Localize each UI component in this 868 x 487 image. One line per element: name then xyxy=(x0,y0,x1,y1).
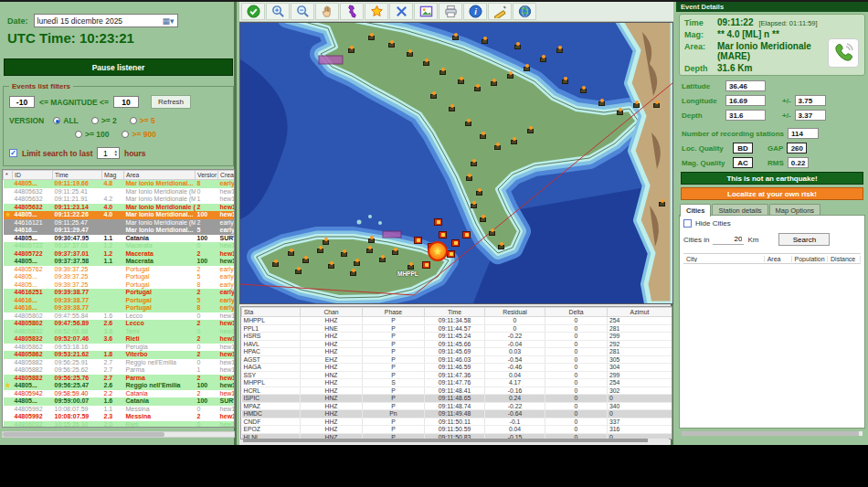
event-row[interactable]: 44805...09:30:47.951.1Catania100SURVEY-I… xyxy=(4,235,236,243)
details-horizontal-scrollbar[interactable] xyxy=(682,431,863,436)
earlyest-app-window: Date: lunedì 15 dicembre 2025 ▦▾ UTC Tim… xyxy=(0,0,868,445)
version-option--900[interactable]: >= 900 xyxy=(122,130,155,139)
limit-search-label: Limit search to last xyxy=(22,149,92,158)
version-options-row1: ALL>= 2>= 5 xyxy=(53,116,155,125)
hide-cities-checkbox[interactable]: ✓ xyxy=(683,219,692,228)
event-row[interactable]: 4480563209:11:21.914.2Mar Ionio Meridion… xyxy=(4,196,236,204)
info-button[interactable]: i xyxy=(463,3,487,20)
col-area: Area xyxy=(124,171,196,180)
date-picker[interactable]: lunedì 15 dicembre 2025 ▦▾ xyxy=(34,14,178,27)
event-row[interactable]: 4480572209:37:37.011.2Macerata2hew1 xyxy=(4,250,236,259)
tab-cities[interactable]: Cities xyxy=(680,204,711,217)
station-row[interactable]: HPACHHZP09:11:45.690.030281 xyxy=(242,348,672,356)
confirm-button[interactable] xyxy=(241,3,265,20)
event-row[interactable]: 4480586209:53:18.16Perugia0hew1 xyxy=(4,344,236,352)
events-horizontal-scrollbar[interactable] xyxy=(2,431,235,438)
hours-stepper[interactable]: ▲▼ xyxy=(97,147,119,159)
station-table-header: Sta Chan Phase Time Residual Delta Azimu… xyxy=(242,308,672,317)
event-row[interactable]: 4461612109:11:25.47Mar Ionio Meridionale… xyxy=(4,219,236,228)
version-option--2[interactable]: >= 2 xyxy=(91,116,117,125)
pan-button[interactable] xyxy=(315,3,339,20)
station-row[interactable]: HCRLHHZP09:11:48.41-0.160302 xyxy=(242,386,672,395)
refresh-button[interactable]: Refresh xyxy=(151,95,191,109)
event-row[interactable]: 4480580209:47:56.892.6Lecco2hew1 xyxy=(4,320,236,328)
event-row[interactable]: 44805...09:39:37.25Portugal8early-est_ee… xyxy=(4,281,236,290)
call-alert-button[interactable] xyxy=(828,38,859,68)
map-canvas[interactable]: ★ MHPPL xyxy=(239,22,673,304)
close-view-button[interactable] xyxy=(389,3,413,20)
station-row[interactable]: HAGAHHZP09:11:46.59-0.460304 xyxy=(242,364,672,372)
event-marker-button[interactable] xyxy=(365,3,388,20)
station-row[interactable]: AGSTEHZP09:11:46.03-0.540305 xyxy=(242,355,672,364)
version-option--100[interactable]: >= 100 xyxy=(75,130,109,139)
station-row[interactable]: EPOZHHZP09:11:50.590.040316 xyxy=(242,426,672,434)
station-marker xyxy=(514,45,521,49)
event-row[interactable]: 4480586209:53:21.621.8Viterbo2hew1 xyxy=(4,351,236,359)
print-button[interactable] xyxy=(439,3,462,20)
event-row[interactable]: 4480563209:11:25.41Mar Ionio Meridionale… xyxy=(4,188,236,196)
station-marker xyxy=(317,249,323,253)
event-row[interactable]: 4480603210:15:26.102.0Rieti0hew1 xyxy=(4,421,236,429)
mag-quality-value: AC xyxy=(733,157,753,168)
event-row[interactable]: 4480572209:37:37.011.2Macerata0hew1 xyxy=(4,242,236,250)
pause-listener-button[interactable]: Pause listener xyxy=(4,58,233,76)
station-row[interactable]: HMDCHHZPn09:11:49.48-0.6400 xyxy=(242,410,672,418)
version-options-row2: >= 100>= 900 xyxy=(75,130,156,139)
event-row[interactable]: 4480576209:39:37.25Portugal2early-est_ee… xyxy=(4,266,236,274)
station-row[interactable]: PPL1HNEP09:11:44.5700281 xyxy=(242,324,672,333)
event-row[interactable]: 4480599210:08:07.591.1Messina0hew1 xyxy=(4,406,236,414)
event-row[interactable]: 4480588209:56:25.912.7Reggio nell'Emilia… xyxy=(4,359,236,367)
event-row[interactable]: 4480594209:58:59.402.2Catania2hew1 xyxy=(4,390,236,398)
station-row[interactable]: HAVLHHZP09:11:45.66-0.040292 xyxy=(242,340,672,348)
station-row[interactable]: CNDFHHZP09:11:50.11-0.10337 xyxy=(242,418,672,426)
min-magnitude-input[interactable] xyxy=(9,96,35,108)
station-row[interactable]: ISPICHNZP09:11:48.650.2400 xyxy=(242,395,672,403)
event-row[interactable]: ★44805...09:11:22.264.0Mar Ionio Meridio… xyxy=(4,211,236,219)
stepper-down-icon[interactable]: ▼ xyxy=(113,154,117,157)
station-row[interactable]: MHPPLHHZP09:11:34.5800254 xyxy=(242,317,672,325)
station-marker xyxy=(423,61,429,66)
event-row[interactable]: 4480580209:47:55.841.6Lecco0hew1 xyxy=(4,312,236,321)
station-row[interactable]: MHPPLHHZS09:11:47.764.170254 xyxy=(242,379,672,387)
station-row[interactable]: HSRSHHZP09:11:45.24-0.220299 xyxy=(242,333,672,341)
limit-search-checkbox[interactable]: ✓ xyxy=(9,149,17,157)
active-station-marker xyxy=(447,250,455,258)
station-horizontal-scrollbar[interactable] xyxy=(243,439,669,442)
world-view-button[interactable] xyxy=(513,3,536,20)
station-row[interactable]: MPAZHHZP09:11:48.74-0.220340 xyxy=(242,402,672,410)
event-row[interactable]: 44616...09:39:38.77Portugal5early-est_ee… xyxy=(4,297,236,305)
event-row[interactable]: 44805...09:37:37.581.1Macerata100hew1 xyxy=(4,258,236,266)
localize-button[interactable]: Localize at your own risk! xyxy=(681,187,863,200)
event-row[interactable]: 44616...09:11:29.47Mar Ionio Meridional.… xyxy=(4,227,236,235)
cities-table-body xyxy=(683,264,861,401)
italy-view-button[interactable] xyxy=(340,3,364,20)
event-row[interactable]: 4480583209:52:07.463.6Rieti2hew1 xyxy=(4,335,236,344)
radius-input[interactable] xyxy=(713,234,744,245)
map-panel: i xyxy=(239,2,673,445)
station-row[interactable]: SSYHNZP09:11:47.360.040299 xyxy=(242,371,672,379)
event-row[interactable]: 4480583209:52:08.683.8Terni0hew1 xyxy=(4,328,236,336)
event-row[interactable]: 44805...09:11:19.664.8Mar Ionio Meridion… xyxy=(4,180,236,188)
date-value: lunedì 15 dicembre 2025 xyxy=(37,16,159,26)
version-option--5[interactable]: >= 5 xyxy=(130,116,155,125)
events-table-header: * ID Time Mag Area Versior Creator xyxy=(4,171,236,180)
version-option-all[interactable]: ALL xyxy=(53,116,79,125)
not-earthquake-button[interactable]: This is not an earthquake! xyxy=(681,172,863,185)
event-row[interactable]: 4480588209:56:25.622.7Parma1hew1 xyxy=(4,366,236,375)
zoom-in-button[interactable] xyxy=(266,3,290,20)
measure-button[interactable] xyxy=(488,3,512,20)
event-row[interactable]: 4461625109:39:38.77Portugal2early-est_ee… xyxy=(4,289,236,297)
event-row[interactable]: 4480599210:08:07.592.3Messina2hew1 xyxy=(4,413,236,421)
event-row[interactable]: 44616...09:39:38.77Portugal8early-est_ee… xyxy=(4,304,236,312)
event-row[interactable]: 44805...09:59:00.071.6Catania100SURVEY-I… xyxy=(4,397,236,406)
hours-input[interactable] xyxy=(98,149,112,158)
snapshot-button[interactable] xyxy=(414,3,438,20)
event-row[interactable]: 44805...09:39:37.25Portugal5early-est_ee… xyxy=(4,273,236,281)
event-row[interactable]: 4480563209:11:23.144.0Mar Ionio Meridion… xyxy=(4,204,236,212)
zoom-out-button[interactable] xyxy=(291,3,314,20)
event-row[interactable]: ★44805...09:56:25.472.6Reggio nell'Emili… xyxy=(4,382,236,390)
max-magnitude-input[interactable] xyxy=(113,96,139,108)
event-row[interactable]: 4480588209:56:25.762.7Parma2hew1 xyxy=(4,375,236,383)
active-station-marker xyxy=(434,218,442,226)
search-cities-button[interactable]: Search xyxy=(778,233,830,246)
